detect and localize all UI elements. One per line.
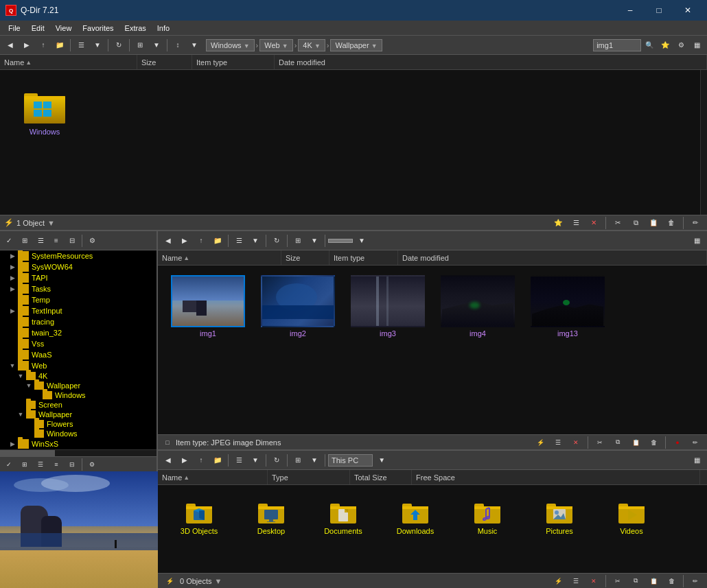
menu-favorites[interactable]: Favorites	[77, 23, 119, 34]
right-fwd[interactable]: ▶	[177, 453, 192, 468]
tb-thumb[interactable]: ⊞	[17, 457, 32, 472]
tree-item-4k[interactable]: ▼ 4K	[0, 371, 157, 381]
right-back[interactable]: ◀	[161, 453, 176, 468]
tree-item-twain32[interactable]: twain_32	[0, 327, 157, 338]
tree-item-windows-web-wallpaper[interactable]: Windows	[0, 429, 157, 438]
mid-col-name[interactable]: Name ▲	[158, 250, 281, 265]
right-up[interactable]: ↑	[194, 453, 209, 468]
mid-up[interactable]: ↑	[194, 233, 209, 248]
right-status-cut[interactable]: ✂	[610, 574, 625, 589]
right-status-view2[interactable]: ☰	[568, 574, 583, 589]
mid-col-size[interactable]: Size	[281, 250, 329, 265]
tree-list-btn[interactable]: ☰	[33, 233, 48, 248]
minimize-button[interactable]: –	[616, 3, 644, 17]
mid-layout2[interactable]: ▼	[307, 233, 322, 248]
right-panel-btn[interactable]: ▦	[689, 453, 704, 468]
tb-detail[interactable]: ≡	[49, 457, 64, 472]
mid-view[interactable]: ☰	[231, 233, 246, 248]
right-addr-btn[interactable]: ▼	[374, 453, 389, 468]
refresh-btn[interactable]: ↻	[111, 38, 126, 53]
folder-windows-item[interactable]: Windows	[14, 84, 76, 201]
pane-close-btn[interactable]: ✕	[586, 215, 601, 231]
col-date[interactable]: Date modified	[275, 55, 707, 69]
right-status-del[interactable]: 🗑	[664, 574, 679, 589]
pc-item-music[interactable]: Music	[456, 495, 518, 563]
tree-hscrollbar[interactable]	[0, 449, 157, 456]
mid-back[interactable]: ◀	[161, 233, 176, 248]
top-scrollbar[interactable]	[700, 70, 707, 215]
pane-copy-btn[interactable]: ⧉	[628, 215, 643, 231]
tb-check[interactable]: ✓	[1, 457, 16, 472]
menu-info[interactable]: Info	[152, 23, 175, 34]
tree-item-systemresources[interactable]: ▶ SystemResources	[0, 250, 157, 261]
right-status-copy[interactable]: ⧉	[628, 574, 643, 589]
layout-btn2[interactable]: ▼	[149, 38, 164, 53]
folder-button[interactable]: 📁	[52, 38, 67, 53]
tree-item-waas[interactable]: WaaS	[0, 349, 157, 360]
right-status-view[interactable]: ⚡	[550, 574, 566, 589]
tree-item-flowers[interactable]: Flowers	[0, 419, 157, 429]
right-folder[interactable]: 📁	[210, 453, 225, 468]
right-layout2[interactable]: ▼	[307, 453, 322, 468]
bc-4k[interactable]: 4K ▼	[298, 39, 325, 51]
pane-fav-btn[interactable]: ⭐	[550, 215, 566, 231]
col-name[interactable]: Name ▲	[0, 55, 137, 69]
layout-btn[interactable]: ⊞	[132, 38, 148, 53]
mid-status-copy[interactable]: ⧉	[610, 435, 625, 450]
tree-item-vss[interactable]: Vss	[0, 338, 157, 349]
tree-item-winsxs[interactable]: ▶ WinSxS	[0, 438, 157, 449]
pc-item-downloads[interactable]: Downloads	[384, 495, 446, 563]
sort-btn2[interactable]: ▼	[187, 38, 202, 53]
panel-btn[interactable]: ▦	[689, 38, 704, 53]
view-btn2[interactable]: ▼	[90, 38, 105, 53]
menu-edit[interactable]: Edit	[26, 23, 50, 34]
mid-status-info[interactable]: ✏	[688, 435, 703, 450]
mid-status-close[interactable]: ✕	[568, 435, 583, 450]
right-view[interactable]: ☰	[231, 453, 246, 468]
tree-item-screen[interactable]: Screen	[0, 400, 157, 410]
pc-item-pictures[interactable]: Pictures	[529, 495, 590, 563]
mid-status-view[interactable]: ☰	[550, 435, 566, 450]
mid-addr-btn[interactable]: ▼	[354, 233, 369, 248]
pane-paste-btn[interactable]: 📋	[646, 215, 661, 231]
tree-item-tapi[interactable]: ▶ TAPI	[0, 272, 157, 283]
mid-fwd[interactable]: ▶	[177, 233, 192, 248]
mid-folder[interactable]: 📁	[210, 233, 225, 248]
tree-item-wallpaper-web[interactable]: ▼ Wallpaper	[0, 410, 157, 419]
right-status-fav[interactable]: ⚡	[162, 574, 177, 589]
tree-item-tasks[interactable]: ▶ Tasks	[0, 283, 157, 294]
bc-wallpaper[interactable]: Wallpaper ▼	[330, 39, 382, 51]
mid-status-fav[interactable]: ⚡	[533, 435, 548, 450]
back-button[interactable]: ◀	[3, 38, 18, 53]
mid-status-del[interactable]: 🗑	[646, 435, 661, 450]
mid-addr[interactable]	[328, 239, 353, 243]
search-btn[interactable]: 🔍	[642, 38, 657, 53]
mid-refresh[interactable]: ↻	[269, 233, 284, 248]
tb-settings[interactable]: ⚙	[84, 457, 100, 472]
right-col-free[interactable]: Free Space	[412, 470, 700, 484]
right-status-edit[interactable]: ✏	[688, 574, 703, 589]
tree-grid-btn[interactable]: ⊞	[17, 233, 32, 248]
bc-web[interactable]: Web ▼	[259, 39, 292, 51]
menu-view[interactable]: View	[50, 23, 78, 34]
mid-panel-btn[interactable]: ▦	[689, 233, 704, 248]
pane-edit-btn[interactable]: ✏	[688, 215, 703, 231]
pc-item-documents[interactable]: Documents	[312, 495, 374, 563]
sort-btn[interactable]: ↕	[170, 38, 185, 53]
tree-detail-btn[interactable]: ≡	[49, 233, 64, 248]
pc-item-desktop[interactable]: Desktop	[240, 495, 302, 563]
col-type[interactable]: Item type	[192, 55, 275, 69]
right-status-paste[interactable]: 📋	[646, 574, 661, 589]
mid-col-date[interactable]: Date modified	[398, 250, 707, 265]
right-layout[interactable]: ⊞	[290, 453, 305, 468]
menu-file[interactable]: File	[3, 23, 26, 34]
mid-status-cut[interactable]: ✂	[592, 435, 607, 450]
tree-item-tracing[interactable]: tracing	[0, 316, 157, 327]
fav-btn[interactable]: ⭐	[658, 38, 673, 53]
bc-windows[interactable]: Windows ▼	[206, 39, 255, 51]
thumb-img3[interactable]: img3	[348, 272, 428, 427]
tree-item-wallpaper-4k[interactable]: ▼ Wallpaper	[0, 381, 157, 390]
mid-status-check[interactable]: □	[162, 435, 173, 450]
tree-btn4[interactable]: ⊟	[65, 233, 80, 248]
mid-col-type[interactable]: Item type	[329, 250, 398, 265]
